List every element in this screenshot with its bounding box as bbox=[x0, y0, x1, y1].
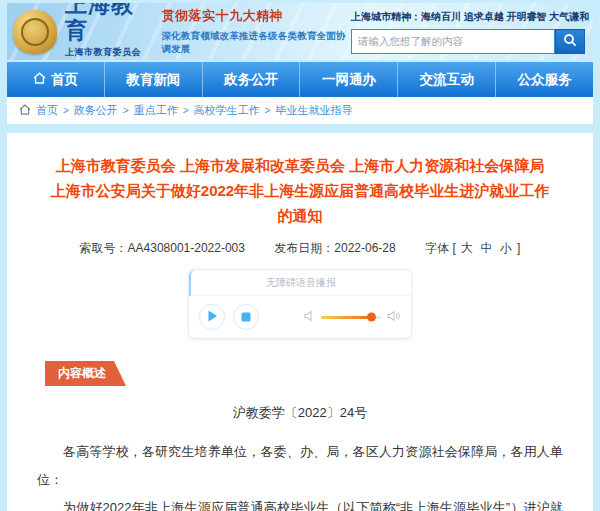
breadcrumb-separator: > bbox=[63, 105, 69, 116]
bracket: [ bbox=[452, 241, 455, 255]
font-size-large[interactable]: 大 bbox=[461, 241, 473, 255]
breadcrumb-item-key-work[interactable]: 重点工作 bbox=[134, 103, 178, 118]
page-title: 上海市教育委员会 上海市发展和改革委员会 上海市人力资源和社会保障局 上海市公安… bbox=[47, 153, 553, 228]
site-header: 上海教育 上海市教育委员会主办 贯彻落实十九大精神 深化教育领域改革推进各级各类… bbox=[7, 3, 593, 60]
search-icon bbox=[563, 33, 577, 50]
breadcrumb-item-employment-guide[interactable]: 毕业生就业指导 bbox=[275, 103, 352, 118]
font-size-control: 字体 [ 大 中 小 ] bbox=[425, 241, 520, 255]
font-size-medium[interactable]: 中 bbox=[480, 241, 492, 255]
font-size-label: 字体 bbox=[425, 241, 449, 255]
breadcrumb-separator: > bbox=[265, 105, 271, 116]
main-nav: 首页 教育新闻 政务公开 一网通办 交流互动 公众服务 bbox=[7, 62, 593, 97]
nav-item-home[interactable]: 首页 bbox=[7, 62, 104, 97]
publish-date: 发布日期：2022-06-28 bbox=[274, 241, 395, 255]
nav-item-public-service[interactable]: 公众服务 bbox=[495, 62, 593, 97]
search-bar bbox=[351, 29, 585, 54]
section-badge-overview: 内容概述 bbox=[45, 361, 126, 386]
index-number: 索取号：AA4308001-2022-003 bbox=[80, 241, 245, 255]
nav-item-interaction[interactable]: 交流互动 bbox=[397, 62, 495, 97]
volume-low-icon bbox=[304, 308, 315, 326]
volume-high-icon bbox=[387, 308, 401, 326]
volume-slider-thumb[interactable] bbox=[367, 313, 376, 322]
home-icon bbox=[33, 72, 46, 87]
nav-item-news[interactable]: 教育新闻 bbox=[104, 62, 202, 97]
volume-control bbox=[304, 308, 401, 326]
nav-item-label: 政务公开 bbox=[224, 71, 278, 89]
brand-block: 上海教育 上海市教育委员会主办 bbox=[65, 3, 149, 60]
nav-item-label: 教育新闻 bbox=[126, 71, 180, 89]
breadcrumb-item-home[interactable]: 首页 bbox=[36, 103, 58, 118]
site-title: 上海教育 bbox=[65, 3, 149, 44]
document-reference-number: 沪教委学〔2022〕24号 bbox=[37, 404, 563, 422]
breadcrumb-separator: > bbox=[183, 105, 189, 116]
header-slogan: 贯彻落实十九大精神 深化教育领域改革推进各级各类教育全面协调发展 bbox=[161, 7, 351, 56]
site-subtitle: 上海市教育委员会主办 bbox=[65, 46, 149, 61]
play-button[interactable] bbox=[199, 304, 225, 330]
search-button[interactable] bbox=[555, 29, 585, 54]
slogan-line-2: 深化教育领域改革推进各级各类教育全面协调发展 bbox=[161, 30, 351, 56]
site-logo-icon bbox=[13, 10, 57, 54]
font-size-small[interactable]: 小 bbox=[500, 241, 512, 255]
paragraph-intro: 为做好2022年非上海生源应届普通高校毕业生（以下简称“非上海生源毕业生”）进沪… bbox=[37, 494, 563, 511]
breadcrumb-separator: > bbox=[123, 105, 129, 116]
nav-item-label: 交流互动 bbox=[420, 71, 474, 89]
article-body: 各高等学校，各研究生培养单位，各委、办、局，各区人力资源社会保障局，各用人单位：… bbox=[37, 438, 563, 511]
slogan-line-1: 贯彻落实十九大精神 bbox=[161, 7, 351, 25]
audio-player-controls bbox=[189, 296, 411, 338]
breadcrumb-item-student-work[interactable]: 高校学生工作 bbox=[194, 103, 260, 118]
nav-item-gov-affairs[interactable]: 政务公开 bbox=[202, 62, 300, 97]
nav-item-label: 公众服务 bbox=[518, 71, 572, 89]
stop-icon bbox=[241, 310, 251, 325]
header-right: 上海城市精神：海纳百川 追求卓越 开明睿智 大气谦和 bbox=[351, 10, 585, 54]
article-content: 上海市教育委员会 上海市发展和改革委员会 上海市人力资源和社会保障局 上海市公安… bbox=[7, 133, 593, 511]
page: 上海教育 上海市教育委员会主办 贯彻落实十九大精神 深化教育领域改革推进各级各类… bbox=[0, 0, 600, 511]
breadcrumb-item-gov-affairs[interactable]: 政务公开 bbox=[74, 103, 118, 118]
volume-slider[interactable] bbox=[321, 316, 381, 319]
paragraph-salutation: 各高等学校，各研究生培养单位，各委、办、局，各区人力资源社会保障局，各用人单位： bbox=[37, 438, 563, 494]
volume-slider-fill bbox=[321, 316, 369, 319]
audio-player: 无障碍语音播报 bbox=[188, 269, 412, 339]
home-icon bbox=[19, 104, 31, 117]
article-meta: 索取号：AA4308001-2022-003 发布日期：2022-06-28 字… bbox=[37, 240, 563, 257]
bracket: ] bbox=[517, 241, 520, 255]
search-input[interactable] bbox=[351, 29, 555, 54]
city-spirit-text: 上海城市精神：海纳百川 追求卓越 开明睿智 大气谦和 bbox=[351, 10, 585, 24]
stop-button[interactable] bbox=[233, 304, 259, 330]
logo-emblem-icon bbox=[21, 18, 49, 46]
play-icon bbox=[207, 310, 218, 325]
audio-player-title: 无障碍语音播报 bbox=[189, 270, 411, 296]
nav-item-label: 一网通办 bbox=[322, 71, 376, 89]
nav-item-one-stop[interactable]: 一网通办 bbox=[299, 62, 397, 97]
breadcrumb: 首页 > 政务公开 > 重点工作 > 高校学生工作 > 毕业生就业指导 bbox=[7, 97, 593, 124]
nav-item-label: 首页 bbox=[51, 71, 78, 89]
